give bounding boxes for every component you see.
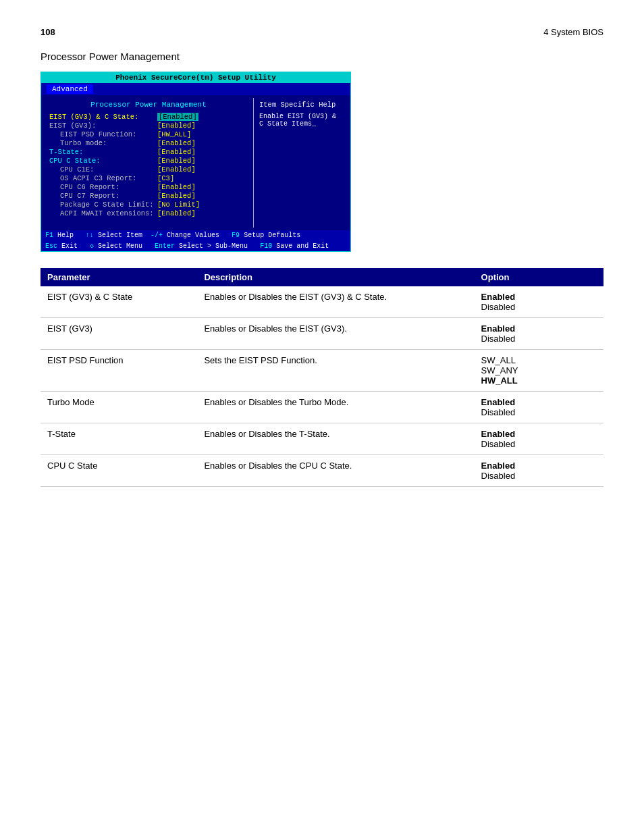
- parameter-table: Parameter Description Option EIST (GV3) …: [41, 268, 603, 487]
- bios-value: [C3]: [157, 174, 174, 182]
- table-cell-options: SW_ALLSW_ANYHW_ALL: [475, 350, 603, 392]
- col-header-option: Option: [475, 268, 603, 286]
- bios-title-bar: Phoenix SecureCore(tm) Setup Utility: [41, 72, 350, 83]
- option-item: SW_ANY: [481, 365, 597, 375]
- option-item: Disabled: [481, 334, 597, 344]
- bios-menu-bar: Advanced: [41, 83, 350, 95]
- table-cell-description: Enables or Disables the Turbo Mode.: [197, 392, 474, 423]
- table-cell-parameter: T-State: [41, 423, 197, 455]
- bios-screen-title: Processor Power Management: [49, 101, 248, 109]
- bios-row-eist-gv3-cstate: EIST (GV3) & C State: [Enabled]: [49, 113, 248, 121]
- bios-footer-row2: Esc Exit ◇ Select Menu Enter Select > Su…: [45, 242, 329, 250]
- bios-label: CPU C7 Report:: [49, 192, 157, 200]
- table-row: EIST (GV3) & C StateEnables or Disables …: [41, 286, 603, 318]
- bios-content: Processor Power Management EIST (GV3) & …: [41, 95, 350, 230]
- table-cell-parameter: EIST (GV3) & C State: [41, 286, 197, 318]
- bios-row-turbo: Turbo mode: [Enabled]: [49, 139, 248, 147]
- option-item: Enabled: [481, 461, 597, 471]
- table-cell-description: Enables or Disables the T-State.: [197, 423, 474, 455]
- table-cell-options: EnabledDisabled: [475, 392, 603, 423]
- bios-row-pkg-cstate: Package C State Limit: [No Limit]: [49, 201, 248, 209]
- bios-row-acpi-mwait: ACPI MWAIT extensions: [Enabled]: [49, 209, 248, 217]
- table-cell-description: Sets the EIST PSD Function.: [197, 350, 474, 392]
- bios-label: EIST PSD Function:: [49, 130, 157, 138]
- bios-label: EIST (GV3) & C State:: [49, 113, 157, 121]
- bios-value: [Enabled]: [157, 209, 196, 217]
- bios-main-panel: Processor Power Management EIST (GV3) & …: [44, 98, 253, 228]
- table-row: Turbo ModeEnables or Disables the Turbo …: [41, 392, 603, 423]
- bios-row-eist-gv3: EIST (GV3): [Enabled]: [49, 122, 248, 130]
- option-item: Disabled: [481, 302, 597, 312]
- bios-value: [HW_ALL]: [157, 130, 191, 138]
- section-title: Processor Power Management: [41, 51, 603, 62]
- bios-label: OS ACPI C3 Report:: [49, 174, 157, 182]
- bios-value: [No Limit]: [157, 201, 200, 209]
- table-cell-description: Enables or Disables the EIST (GV3).: [197, 318, 474, 350]
- table-cell-parameter: Turbo Mode: [41, 392, 197, 423]
- bios-footer-row1: F1 Help ↑↓ Select Item -/+ Change Values…: [45, 232, 300, 239]
- table-cell-parameter: CPU C State: [41, 455, 197, 487]
- bios-label: EIST (GV3):: [49, 122, 157, 130]
- bios-row-cpu-c6: CPU C6 Report: [Enabled]: [49, 183, 248, 191]
- col-header-parameter: Parameter: [41, 268, 197, 286]
- bios-label: CPU C State:: [49, 157, 157, 165]
- option-item: Enabled: [481, 397, 597, 407]
- table-row: T-StateEnables or Disables the T-State.E…: [41, 423, 603, 455]
- bios-value: [Enabled]: [157, 139, 196, 147]
- option-item: SW_ALL: [481, 355, 597, 365]
- bios-value: [Enabled]: [157, 122, 196, 130]
- option-item: HW_ALL: [481, 375, 597, 386]
- table-cell-options: EnabledDisabled: [475, 423, 603, 455]
- option-item: Disabled: [481, 407, 597, 417]
- table-cell-parameter: EIST PSD Function: [41, 350, 197, 392]
- bios-row-os-acpi-c3: OS ACPI C3 Report: [C3]: [49, 174, 248, 182]
- page-number: 108: [41, 27, 55, 37]
- bios-row-eist-psd: EIST PSD Function: [HW_ALL]: [49, 130, 248, 138]
- bios-value: [Enabled]: [157, 165, 196, 174]
- bios-value: [Enabled]: [157, 148, 196, 156]
- option-item: Enabled: [481, 292, 597, 302]
- bios-row-cpu-c1e: CPU C1E: [Enabled]: [49, 165, 248, 174]
- bios-label: Package C State Limit:: [49, 201, 157, 209]
- table-cell-options: EnabledDisabled: [475, 318, 603, 350]
- table-cell-parameter: EIST (GV3): [41, 318, 197, 350]
- option-item: Enabled: [481, 323, 597, 334]
- bios-value: [Enabled]: [157, 157, 196, 165]
- bios-row-cpu-cstate: CPU C State: [Enabled]: [49, 157, 248, 165]
- table-row: CPU C StateEnables or Disables the CPU C…: [41, 455, 603, 487]
- bios-footer: F1 Help ↑↓ Select Item -/+ Change Values…: [41, 230, 350, 240]
- bios-screen: Phoenix SecureCore(tm) Setup Utility Adv…: [41, 72, 351, 252]
- bios-label: CPU C1E:: [49, 165, 157, 174]
- table-cell-description: Enables or Disables the EIST (GV3) & C S…: [197, 286, 474, 318]
- table-cell-options: EnabledDisabled: [475, 455, 603, 487]
- bios-label: Turbo mode:: [49, 139, 157, 147]
- table-row: EIST PSD FunctionSets the EIST PSD Funct…: [41, 350, 603, 392]
- bios-menu-item-advanced: Advanced: [47, 84, 93, 94]
- option-item: Enabled: [481, 429, 597, 439]
- bios-help-text: Enable EIST (GV3) & C State Items_: [259, 113, 342, 128]
- bios-value: [Enabled]: [157, 183, 196, 191]
- bios-footer2: Esc Exit ◇ Select Menu Enter Select > Su…: [41, 240, 350, 251]
- table-cell-description: Enables or Disables the CPU C State.: [197, 455, 474, 487]
- col-header-description: Description: [197, 268, 474, 286]
- bios-value: [Enabled]: [157, 192, 196, 200]
- bios-row-cpu-c7: CPU C7 Report: [Enabled]: [49, 192, 248, 200]
- bios-help-title: Item Specific Help: [259, 101, 342, 109]
- table-cell-options: EnabledDisabled: [475, 286, 603, 318]
- page-header: 108 4 System BIOS: [41, 27, 603, 37]
- bios-row-tstate: T-State: [Enabled]: [49, 148, 248, 156]
- table-header-row: Parameter Description Option: [41, 268, 603, 286]
- bios-help-panel: Item Specific Help Enable EIST (GV3) & C…: [253, 98, 348, 228]
- option-item: Disabled: [481, 439, 597, 449]
- bios-label: T-State:: [49, 148, 157, 156]
- bios-label: ACPI MWAIT extensions:: [49, 209, 157, 217]
- chapter-title: 4 System BIOS: [543, 27, 603, 37]
- bios-value: [Enabled]: [157, 113, 198, 121]
- bios-label: CPU C6 Report:: [49, 183, 157, 191]
- option-item: Disabled: [481, 471, 597, 481]
- table-row: EIST (GV3)Enables or Disables the EIST (…: [41, 318, 603, 350]
